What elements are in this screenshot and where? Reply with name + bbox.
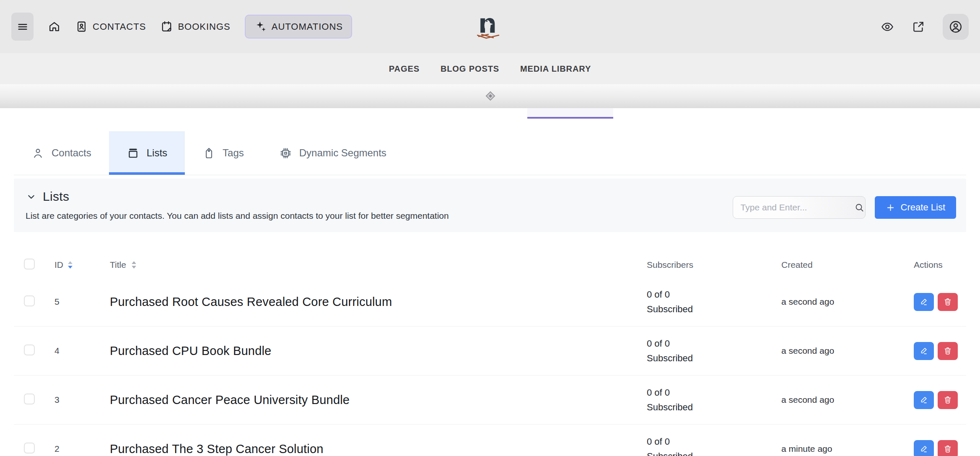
column-header-title[interactable]: Title bbox=[110, 260, 126, 270]
chip-icon bbox=[279, 147, 292, 160]
chevron-down-icon bbox=[26, 191, 37, 202]
collapse-panel-button[interactable] bbox=[26, 191, 37, 202]
pencil-icon bbox=[919, 444, 928, 453]
created-timestamp: a second ago bbox=[781, 395, 834, 404]
column-header-created: Created bbox=[781, 260, 813, 269]
delete-list-button[interactable] bbox=[938, 440, 958, 456]
subscribers-count: 0 of 0 bbox=[647, 385, 781, 400]
create-list-button[interactable]: Create List bbox=[875, 196, 956, 219]
search-icon bbox=[854, 202, 864, 212]
search-submit-button[interactable] bbox=[854, 202, 864, 212]
list-title-link[interactable]: Purchased CPU Book Bundle bbox=[110, 344, 271, 358]
home-icon bbox=[48, 20, 61, 33]
nav-automations-label: AUTOMATIONS bbox=[272, 21, 343, 32]
create-list-label: Create List bbox=[901, 202, 945, 213]
home-button[interactable] bbox=[48, 20, 61, 33]
tab-tags[interactable]: Tags bbox=[185, 131, 262, 175]
edit-list-button[interactable] bbox=[914, 342, 934, 360]
column-header-actions: Actions bbox=[914, 260, 943, 270]
subnav-media-library[interactable]: MEDIA LIBRARY bbox=[520, 64, 591, 74]
nav-contacts[interactable]: CONTACTS bbox=[75, 20, 146, 33]
pencil-icon bbox=[919, 395, 928, 404]
table-body: 5 Purchased Root Causes Revealed Core Cu… bbox=[14, 277, 966, 456]
row-checkbox[interactable] bbox=[24, 345, 35, 355]
table-row: 2 Purchased The 3 Step Cancer Solution 0… bbox=[14, 425, 966, 456]
tag-icon bbox=[202, 147, 215, 160]
trash-icon bbox=[943, 395, 952, 404]
search-box bbox=[733, 196, 866, 219]
tab-dynamic-segments-label: Dynamic Segments bbox=[299, 147, 386, 159]
eye-icon bbox=[881, 20, 894, 34]
plus-icon bbox=[886, 203, 895, 212]
user-circle-icon bbox=[949, 20, 963, 34]
trash-icon bbox=[943, 297, 952, 306]
contact-book-icon bbox=[75, 20, 88, 33]
subscribers-count: 0 of 0 bbox=[647, 287, 781, 302]
row-id: 3 bbox=[54, 395, 60, 405]
subscribers-label: Subscribed bbox=[647, 302, 781, 316]
pencil-icon bbox=[919, 346, 928, 355]
select-all-checkbox[interactable] bbox=[24, 259, 35, 269]
nav-bookings-label: BOOKINGS bbox=[178, 21, 230, 32]
delete-list-button[interactable] bbox=[938, 342, 958, 360]
column-header-id[interactable]: ID bbox=[54, 260, 63, 270]
row-id: 4 bbox=[54, 346, 60, 356]
created-timestamp: a minute ago bbox=[781, 444, 832, 453]
tab-lists[interactable]: Lists bbox=[109, 131, 185, 175]
subnav-blog-posts[interactable]: BLOG POSTS bbox=[441, 64, 499, 74]
list-title-link[interactable]: Purchased Root Causes Revealed Core Curr… bbox=[110, 295, 392, 309]
external-link-icon bbox=[912, 20, 925, 34]
open-external-button[interactable] bbox=[912, 20, 925, 34]
created-timestamp: a second ago bbox=[781, 297, 834, 306]
edit-list-button[interactable] bbox=[914, 391, 934, 409]
trash-icon bbox=[943, 444, 952, 453]
list-title-link[interactable]: Purchased The 3 Step Cancer Solution bbox=[110, 442, 324, 456]
menu-button[interactable] bbox=[11, 13, 34, 41]
lists-panel: Lists List are categories of your contac… bbox=[14, 179, 966, 232]
row-checkbox[interactable] bbox=[24, 443, 35, 453]
tab-tags-label: Tags bbox=[223, 147, 244, 159]
logo: n bbox=[477, 10, 503, 42]
preview-button[interactable] bbox=[881, 20, 894, 34]
sort-icon-title[interactable] bbox=[131, 261, 137, 269]
main-content: Contacts Lists Tags Dynamic Segments bbox=[0, 131, 980, 456]
header-gradient-band bbox=[0, 84, 980, 108]
nav-contacts-label: CONTACTS bbox=[93, 21, 146, 32]
delete-list-button[interactable] bbox=[938, 293, 958, 311]
delete-list-button[interactable] bbox=[938, 391, 958, 409]
calendar-icon bbox=[160, 20, 173, 33]
tab-contacts[interactable]: Contacts bbox=[14, 131, 109, 175]
edit-list-button[interactable] bbox=[914, 440, 934, 456]
table-row: 4 Purchased CPU Book Bundle 0 of 0 Subsc… bbox=[14, 326, 966, 376]
table-header-row: ID Title Subscribers Created Actions bbox=[14, 252, 966, 277]
subscribers-label: Subscribed bbox=[647, 351, 781, 365]
hamburger-icon bbox=[17, 21, 29, 33]
tab-contacts-label: Contacts bbox=[52, 147, 91, 159]
contacts-tab-bar: Contacts Lists Tags Dynamic Segments bbox=[14, 131, 966, 175]
search-input[interactable] bbox=[741, 202, 854, 212]
row-checkbox[interactable] bbox=[24, 295, 35, 306]
edit-list-button[interactable] bbox=[914, 293, 934, 311]
lists-table: ID Title Subscribers Created Actions bbox=[14, 252, 966, 456]
diamond-icon bbox=[486, 91, 495, 101]
subnav-pages[interactable]: PAGES bbox=[389, 64, 420, 74]
tab-lists-label: Lists bbox=[147, 147, 167, 159]
nav-bookings[interactable]: BOOKINGS bbox=[160, 20, 230, 33]
account-button[interactable] bbox=[943, 14, 969, 40]
table-row: 5 Purchased Root Causes Revealed Core Cu… bbox=[14, 277, 966, 326]
nav-automations[interactable]: AUTOMATIONS bbox=[245, 15, 352, 39]
sort-icon-id[interactable] bbox=[67, 261, 73, 269]
tab-dynamic-segments[interactable]: Dynamic Segments bbox=[262, 131, 404, 175]
purple-tab-indicator bbox=[527, 108, 613, 119]
archive-icon bbox=[127, 147, 140, 160]
row-id: 5 bbox=[54, 297, 60, 307]
column-header-subscribers: Subscribers bbox=[647, 260, 693, 269]
subscribers-label: Subscribed bbox=[647, 400, 781, 415]
subscribers-count: 0 of 0 bbox=[647, 434, 781, 449]
row-checkbox[interactable] bbox=[24, 394, 35, 404]
list-title-link[interactable]: Purchased Cancer Peace University Bundle bbox=[110, 393, 350, 407]
subscribers-count: 0 of 0 bbox=[647, 336, 781, 351]
page-title: Lists bbox=[43, 189, 69, 204]
pencil-icon bbox=[919, 297, 928, 306]
table-row: 3 Purchased Cancer Peace University Bund… bbox=[14, 376, 966, 425]
